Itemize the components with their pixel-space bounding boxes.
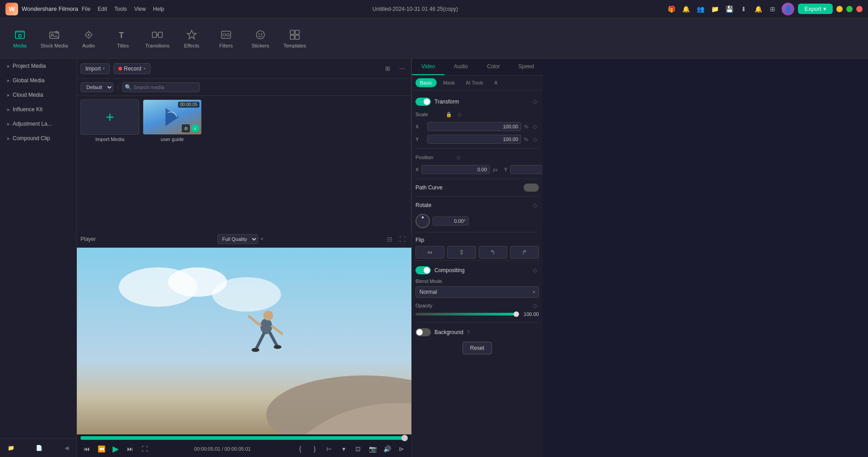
toolbar-titles[interactable]: T Titles [107, 20, 139, 57]
sidebar-item-adjustment-layer[interactable]: ▶ Adjustment La... [2, 117, 75, 131]
record-button[interactable]: Record ▾ [113, 63, 151, 74]
opacity-slider[interactable] [415, 313, 519, 316]
toolbar-templates[interactable]: Templates [278, 20, 311, 57]
scale-lock-icon[interactable]: 🔒 [445, 111, 453, 118]
download-icon[interactable]: ⬇ [738, 4, 749, 14]
sidebar-item-compound-clip[interactable]: ▶ Compound Clip [2, 132, 75, 145]
maximize-button[interactable] [846, 6, 853, 12]
quality-select[interactable]: Full Quality [217, 234, 258, 244]
opacity-keyframe-button[interactable]: ◇ [531, 302, 539, 310]
toolbar-audio[interactable]: Audio [72, 20, 105, 57]
tab-audio[interactable]: Audio [444, 59, 477, 75]
toolbar-transitions[interactable]: Transitions [141, 20, 174, 57]
flip-tr-button[interactable]: ↱ [510, 246, 539, 259]
toolbar-media[interactable]: Media [4, 20, 36, 57]
position-keyframe-button[interactable]: ◇ [454, 153, 462, 161]
subtab-basic[interactable]: Basic [415, 78, 437, 87]
flip-vertical-button[interactable]: ⇕ [447, 246, 476, 259]
menu-help[interactable]: Help [153, 6, 165, 12]
export-button[interactable]: Export ▾ [798, 4, 833, 14]
split-view-icon[interactable]: ⊟ [384, 234, 395, 245]
reset-button[interactable]: Reset [462, 342, 492, 354]
background-help-icon[interactable]: ? [467, 330, 470, 335]
toolbar-filters[interactable]: Filters [210, 20, 242, 57]
mark-out-button[interactable]: } [308, 443, 321, 455]
new-folder-button[interactable]: 📁 [5, 443, 16, 453]
sidebar-item-global-media[interactable]: ▶ Global Media [2, 74, 75, 87]
opacity-handle[interactable] [514, 311, 519, 317]
add-item-button[interactable]: 📄 [34, 443, 45, 453]
scale-x-keyframe[interactable]: ◇ [531, 122, 539, 131]
compositing-keyframe-button[interactable]: ◇ [531, 266, 539, 274]
import-media-thumb[interactable]: + [80, 99, 139, 135]
expand-preview-icon[interactable]: ⛶ [397, 234, 408, 245]
fullscreen-button[interactable]: ⛶ [138, 443, 151, 455]
collapse-sidebar-button[interactable]: ◀ [62, 443, 71, 452]
sidebar-item-influence-kit[interactable]: ▶ Influence Kit [2, 103, 75, 116]
notification-icon[interactable]: 🔔 [680, 4, 691, 14]
transform-keyframe-button[interactable]: ◇ [531, 98, 539, 106]
import-button[interactable]: Import ▾ [80, 63, 110, 74]
user-avatar[interactable]: 👤 [782, 3, 794, 15]
filter-list-button[interactable]: ⊞ [382, 63, 393, 74]
tab-speed[interactable]: Speed [510, 59, 542, 75]
progress-bar[interactable] [80, 436, 408, 440]
menu-file[interactable]: File [82, 6, 90, 12]
play-button[interactable]: ▶ [109, 443, 122, 455]
default-select[interactable]: Default [80, 82, 113, 92]
settings-button[interactable]: ⊳ [395, 443, 408, 455]
position-x-input[interactable] [421, 165, 490, 174]
skip-forward-button[interactable]: ⏭ [124, 443, 137, 455]
path-curve-toggle[interactable] [524, 184, 539, 192]
menu-tools[interactable]: Tools [114, 6, 127, 12]
fit-button[interactable]: ⊡ [352, 443, 364, 455]
scale-y-input[interactable] [427, 135, 521, 144]
alert-icon[interactable]: 🔔 [753, 4, 764, 14]
save-icon[interactable]: 💾 [724, 4, 735, 14]
close-button[interactable] [856, 6, 863, 12]
subtab-a[interactable]: A [490, 78, 502, 87]
subtab-ai-tools[interactable]: AI Tools [461, 78, 488, 87]
toolbar-stickers[interactable]: Stickers [244, 20, 277, 57]
skip-back-button[interactable]: ⏮ [80, 443, 93, 455]
toolbar-effects[interactable]: Effects [175, 20, 208, 57]
snapshot-button[interactable]: 📷 [366, 443, 379, 455]
transform-toggle[interactable] [415, 98, 431, 106]
menu-edit[interactable]: Edit [98, 6, 107, 12]
rotate-keyframe-button[interactable]: ◇ [531, 201, 539, 209]
volume-button[interactable]: 🔊 [381, 443, 393, 455]
search-input[interactable] [122, 82, 200, 92]
step-back-button[interactable]: ⏪ [95, 443, 108, 455]
menu-view[interactable]: View [134, 6, 146, 12]
user-guide-thumb[interactable]: 00:00:05 ⚙ ✓ [143, 99, 202, 135]
people-icon[interactable]: 👥 [695, 4, 706, 14]
scale-x-input[interactable] [427, 122, 521, 131]
chevron-down-btn[interactable]: ▾ [337, 443, 350, 455]
mark-in-button[interactable]: { [294, 443, 307, 455]
position-y-input[interactable] [510, 165, 542, 174]
minimize-button[interactable] [836, 6, 843, 12]
add-to-timeline-button[interactable]: ⊢ [323, 443, 335, 455]
blend-mode-select[interactable]: Normal [415, 286, 539, 298]
tab-color[interactable]: Color [477, 59, 510, 75]
subtab-mask[interactable]: Mask [439, 78, 459, 87]
scale-y-keyframe[interactable]: ◇ [531, 135, 539, 143]
compositing-toggle[interactable] [415, 266, 431, 274]
sidebar-item-project-media[interactable]: ▶ Project Media [2, 59, 75, 73]
project-icon[interactable]: 📁 [709, 4, 720, 14]
more-options-button[interactable]: ⋯ [396, 63, 407, 74]
import-media-item[interactable]: + Import Media [80, 99, 139, 142]
background-toggle[interactable] [415, 328, 431, 336]
flip-tl-button[interactable]: ↰ [479, 246, 508, 259]
user-guide-item[interactable]: 00:00:05 ⚙ ✓ user guide [143, 99, 202, 142]
rotate-wheel[interactable] [415, 214, 430, 228]
scale-keyframe-button[interactable]: ◇ [455, 110, 463, 118]
progress-handle[interactable] [401, 435, 408, 441]
sidebar-item-cloud-media[interactable]: ▶ Cloud Media [2, 88, 75, 102]
tab-video[interactable]: Video [412, 59, 444, 75]
grid-icon[interactable]: ⊞ [767, 4, 778, 14]
rotate-input[interactable] [433, 217, 469, 226]
gift-icon[interactable]: 🎁 [666, 4, 677, 14]
flip-horizontal-button[interactable]: ⇔ [415, 246, 444, 259]
toolbar-stock-media[interactable]: Stock Media [38, 20, 71, 57]
